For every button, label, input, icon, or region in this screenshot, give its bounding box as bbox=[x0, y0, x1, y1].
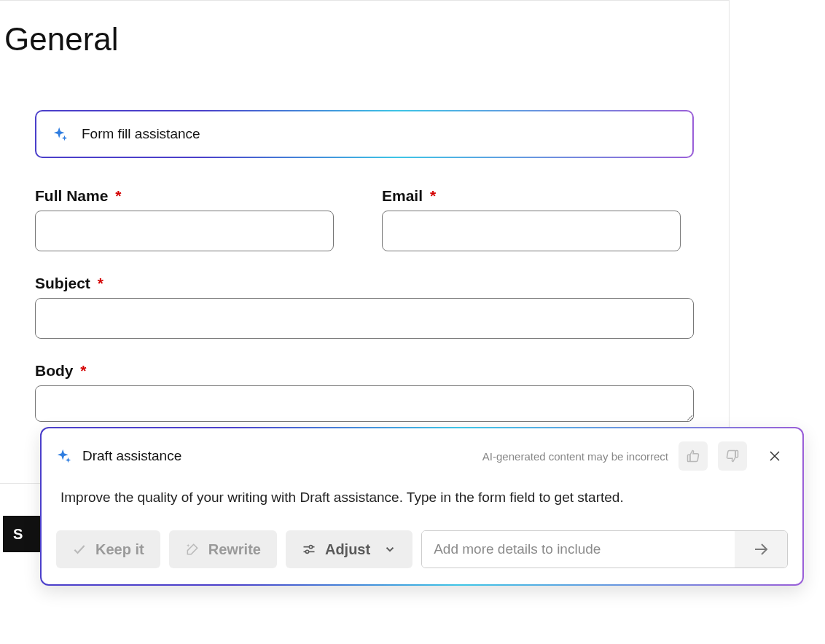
full-name-label: Full Name * bbox=[35, 187, 121, 205]
subject-input[interactable] bbox=[35, 298, 694, 339]
rewrite-label: Rewrite bbox=[208, 541, 261, 558]
email-label-text: Email bbox=[382, 187, 423, 204]
svg-point-7 bbox=[305, 550, 308, 553]
draft-header: Draft assistance AI-generated content ma… bbox=[56, 441, 788, 471]
body-label-text: Body bbox=[35, 362, 74, 379]
draft-title: Draft assistance bbox=[82, 448, 181, 464]
sliders-icon bbox=[302, 542, 316, 557]
email-label: Email * bbox=[382, 187, 436, 205]
full-name-label-text: Full Name bbox=[35, 187, 108, 204]
add-details-input[interactable] bbox=[422, 531, 735, 568]
sparkle-icon bbox=[52, 126, 69, 142]
arrow-right-icon bbox=[752, 541, 770, 558]
rewrite-button[interactable]: Rewrite bbox=[169, 530, 277, 568]
body-label: Body * bbox=[35, 362, 87, 380]
page-title: General bbox=[0, 1, 729, 71]
adjust-label: Adjust bbox=[325, 541, 370, 558]
subject-label-text: Subject bbox=[35, 275, 90, 291]
full-name-group: Full Name * bbox=[35, 187, 347, 251]
ai-disclaimer: AI-generated content may be incorrect bbox=[482, 450, 668, 463]
details-input-wrap bbox=[421, 530, 788, 568]
full-name-input[interactable] bbox=[35, 211, 334, 251]
send-details-button[interactable] bbox=[735, 531, 787, 568]
keep-it-button[interactable]: Keep it bbox=[56, 530, 160, 568]
svg-point-5 bbox=[309, 546, 312, 549]
sparkle-icon bbox=[56, 448, 72, 464]
thumbs-down-icon bbox=[725, 449, 740, 463]
draft-assistance-panel: Draft assistance AI-generated content ma… bbox=[40, 427, 804, 586]
required-asterisk: * bbox=[430, 187, 436, 204]
email-input[interactable] bbox=[382, 211, 681, 251]
form-row-name-email: Full Name * Email * bbox=[35, 187, 694, 251]
keep-it-label: Keep it bbox=[95, 541, 144, 558]
svg-rect-0 bbox=[688, 455, 690, 461]
close-icon bbox=[768, 449, 781, 463]
submit-button[interactable]: S bbox=[3, 516, 44, 552]
draft-body-text: Improve the quality of your writing with… bbox=[60, 490, 788, 506]
required-asterisk: * bbox=[98, 275, 103, 291]
subject-group: Subject * bbox=[35, 275, 694, 339]
email-group: Email * bbox=[382, 187, 694, 251]
rewrite-icon bbox=[185, 542, 200, 557]
chevron-down-icon bbox=[383, 543, 396, 556]
draft-actions: Keep it Rewrite Adjust bbox=[56, 530, 788, 568]
form-area: Form fill assistance Full Name * Email * bbox=[0, 71, 729, 425]
required-asterisk: * bbox=[115, 187, 121, 204]
svg-rect-1 bbox=[735, 451, 738, 458]
thumbs-down-button[interactable] bbox=[718, 441, 747, 471]
thumbs-up-button[interactable] bbox=[679, 441, 708, 471]
adjust-button[interactable]: Adjust bbox=[286, 530, 412, 568]
form-fill-assistance-banner[interactable]: Form fill assistance bbox=[35, 110, 694, 158]
subject-label: Subject * bbox=[35, 275, 103, 292]
close-draft-button[interactable] bbox=[762, 443, 788, 469]
body-group: Body * bbox=[35, 362, 694, 425]
main-container: General Form fill assistance Full Name * bbox=[0, 0, 730, 484]
check-icon bbox=[72, 542, 87, 557]
thumbs-up-icon bbox=[686, 449, 700, 463]
form-fill-assistance-label: Form fill assistance bbox=[82, 126, 200, 142]
required-asterisk: * bbox=[80, 362, 86, 379]
body-textarea[interactable] bbox=[35, 385, 694, 422]
